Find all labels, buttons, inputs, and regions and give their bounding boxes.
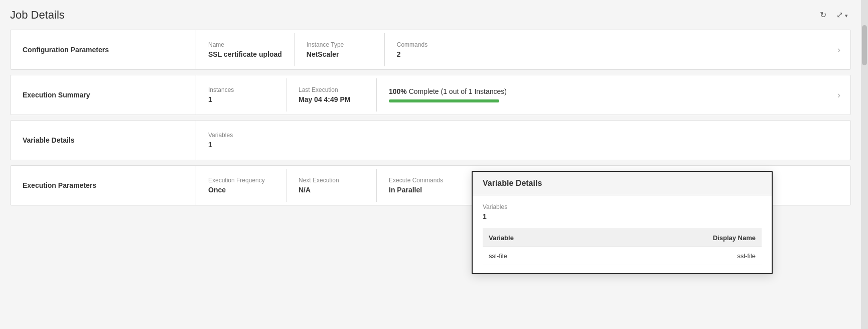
variable-details-fields: Variables 1 xyxy=(196,121,850,160)
last-execution-label: Last Execution xyxy=(299,86,364,93)
instances-value: 1 xyxy=(208,95,274,103)
variables-value: 1 xyxy=(208,141,274,149)
progress-field: 100% Complete (1 out of 1 Instances) xyxy=(377,79,827,111)
execution-parameters-label: Execution Parameters xyxy=(11,166,196,205)
commands-field: Commands 2 xyxy=(385,33,475,66)
configuration-parameters-chevron[interactable]: › xyxy=(827,30,850,69)
execution-summary-fields: Instances 1 Last Execution May 04 4:49 P… xyxy=(196,75,827,115)
progress-bar-background xyxy=(389,99,499,102)
variable-details-popup: Variable Details Variables 1 Variable Di… xyxy=(472,171,773,274)
execution-frequency-value: Once xyxy=(208,186,274,194)
popup-table-col-variable: Variable xyxy=(483,229,595,247)
progress-percent: 100% xyxy=(389,87,407,95)
execute-commands-value: In Parallel xyxy=(389,186,455,194)
popup-table-row: ssl-file ssl-file xyxy=(483,247,762,265)
name-field: Name SSL certificate upload xyxy=(196,33,295,66)
header-actions: ↻ ⤢ ▾ xyxy=(817,8,851,22)
popup-table-cell-display-name: ssl-file xyxy=(595,247,762,265)
execution-summary-card: Execution Summary Instances 1 Last Execu… xyxy=(10,75,851,115)
variable-details-label: Variable Details xyxy=(11,121,196,160)
name-label: Name xyxy=(208,41,282,48)
commands-value: 2 xyxy=(397,50,463,58)
execution-summary-label: Execution Summary xyxy=(11,75,196,115)
last-execution-value: May 04 4:49 PM xyxy=(299,95,364,103)
popup-variables-value: 1 xyxy=(483,212,762,221)
popup-table: Variable Display Name ssl-file ssl-file xyxy=(483,229,762,265)
variables-field: Variables 1 xyxy=(196,124,286,157)
scrollbar-thumb[interactable] xyxy=(862,25,867,65)
last-execution-field: Last Execution May 04 4:49 PM xyxy=(286,78,377,112)
popup-table-col-display-name: Display Name xyxy=(595,229,762,247)
instances-label: Instances xyxy=(208,86,274,93)
next-execution-field: Next Execution N/A xyxy=(286,169,377,202)
dropdown-icon: ▾ xyxy=(845,13,848,19)
page-header: Job Details ↻ ⤢ ▾ xyxy=(10,8,851,22)
execute-commands-field: Execute Commands In Parallel xyxy=(377,169,467,202)
export-button[interactable]: ⤢ ▾ xyxy=(833,8,851,22)
execute-commands-label: Execute Commands xyxy=(389,177,455,184)
popup-table-header-row: Variable Display Name xyxy=(483,229,762,247)
variables-label: Variables xyxy=(208,132,274,139)
next-execution-label: Next Execution xyxy=(299,177,364,184)
export-icon: ⤢ xyxy=(836,11,843,19)
instance-type-value: NetScaler xyxy=(307,50,372,58)
page-title: Job Details xyxy=(10,9,65,22)
popup-title: Variable Details xyxy=(473,172,772,195)
execution-frequency-label: Execution Frequency xyxy=(208,177,274,184)
refresh-icon: ↻ xyxy=(820,11,826,19)
configuration-parameters-fields: Name SSL certificate upload Instance Typ… xyxy=(196,30,827,69)
instances-field: Instances 1 xyxy=(196,78,286,112)
progress-label: 100% Complete (1 out of 1 Instances) xyxy=(389,87,815,95)
configuration-parameters-label: Configuration Parameters xyxy=(11,30,196,69)
commands-label: Commands xyxy=(397,41,463,48)
refresh-button[interactable]: ↻ xyxy=(817,8,829,22)
execution-summary-chevron[interactable]: › xyxy=(827,75,850,115)
variable-details-card: Variable Details Variables 1 xyxy=(10,120,851,160)
popup-body: Variables 1 Variable Display Name ssl-fi… xyxy=(473,195,772,273)
progress-text: Complete (1 out of 1 Instances) xyxy=(407,87,507,95)
instance-type-label: Instance Type xyxy=(307,41,372,48)
execution-frequency-field: Execution Frequency Once xyxy=(196,169,286,202)
progress-bar-fill xyxy=(389,99,499,102)
instance-type-field: Instance Type NetScaler xyxy=(295,33,385,66)
name-value: SSL certificate upload xyxy=(208,50,282,58)
popup-table-cell-variable: ssl-file xyxy=(483,247,595,265)
popup-variables-label: Variables xyxy=(483,203,762,210)
next-execution-value: N/A xyxy=(299,186,364,194)
configuration-parameters-card: Configuration Parameters Name SSL certif… xyxy=(10,30,851,70)
scrollbar-track[interactable] xyxy=(861,0,868,329)
